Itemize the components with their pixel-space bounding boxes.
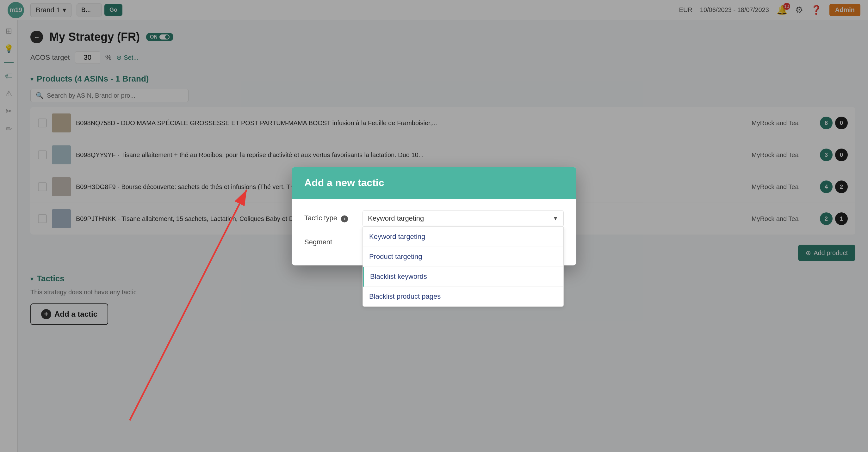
dropdown-item-blacklist-keywords[interactable]: Blacklist keywords xyxy=(363,267,563,287)
modal-body: Tactic type i Keyword targeting ▼ Keywor… xyxy=(292,199,576,265)
tactic-type-dropdown: Keyword targeting ▼ Keyword targeting Pr… xyxy=(363,210,564,227)
dropdown-arrow-icon: ▼ xyxy=(553,215,558,222)
tactic-type-label: Tactic type i xyxy=(304,210,355,222)
tactic-type-control: Keyword targeting ▼ Keyword targeting Pr… xyxy=(363,210,564,227)
tactic-type-row: Tactic type i Keyword targeting ▼ Keywor… xyxy=(304,210,564,227)
segment-label: Segment xyxy=(304,234,355,246)
dropdown-item-product[interactable]: Product targeting xyxy=(363,247,563,267)
add-tactic-modal: Add a new tactic Tactic type i Keyword t… xyxy=(292,167,576,265)
tactic-type-info-icon[interactable]: i xyxy=(341,215,348,222)
dropdown-item-blacklist-product-pages[interactable]: Blacklist product pages xyxy=(363,287,563,306)
dropdown-item-keyword[interactable]: Keyword targeting xyxy=(363,227,563,247)
dropdown-menu: Keyword targeting Product targeting Blac… xyxy=(363,227,564,306)
selected-option-text: Keyword targeting xyxy=(368,214,424,223)
modal-header: Add a new tactic xyxy=(292,167,576,199)
modal-title: Add a new tactic xyxy=(304,177,564,189)
dropdown-selected-value[interactable]: Keyword targeting ▼ xyxy=(363,210,564,227)
